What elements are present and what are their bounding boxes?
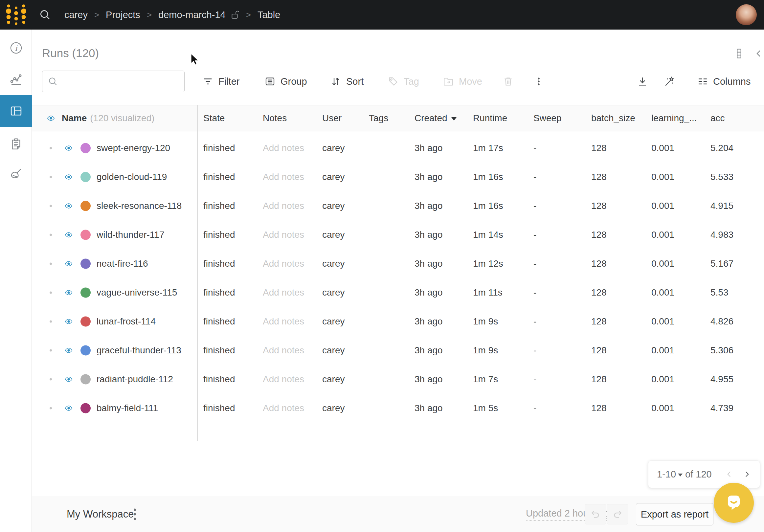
redo-button[interactable] (607, 504, 628, 524)
group-button[interactable]: Group (265, 76, 307, 87)
row-drag-handle[interactable] (50, 147, 52, 149)
run-color-dot[interactable] (81, 172, 91, 182)
run-color-dot[interactable] (81, 288, 91, 298)
chat-support-button[interactable] (714, 483, 754, 523)
delete-button[interactable] (502, 76, 514, 87)
run-notes-placeholder[interactable]: Add notes (263, 345, 304, 356)
breadcrumb-page[interactable]: Table (258, 10, 280, 20)
run-name-link[interactable]: swept-energy-120 (96, 143, 170, 153)
run-notes-placeholder[interactable]: Add notes (263, 374, 304, 385)
run-name-link[interactable]: lunar-frost-114 (96, 316, 156, 327)
run-color-dot[interactable] (81, 259, 91, 269)
run-color-dot[interactable] (81, 201, 91, 211)
run-name-link[interactable]: sleek-resonance-118 (96, 201, 182, 211)
row-visibility-eye-icon[interactable] (63, 404, 74, 413)
runs-search-input[interactable] (62, 71, 182, 91)
row-visibility-eye-icon[interactable] (63, 317, 74, 326)
row-drag-handle[interactable] (50, 320, 52, 323)
row-drag-handle[interactable] (50, 378, 52, 381)
row-drag-handle[interactable] (50, 263, 52, 265)
row-visibility-eye-icon[interactable] (63, 173, 74, 181)
run-notes-placeholder[interactable]: Add notes (263, 172, 304, 182)
move-button[interactable]: Move (443, 76, 482, 87)
run-name-link[interactable]: vague-universe-115 (96, 287, 177, 298)
column-header-batch-size[interactable]: batch_size (591, 113, 635, 123)
column-header-state[interactable]: State (203, 113, 225, 123)
run-runtime: 1m 9s (473, 316, 498, 327)
run-notes-placeholder[interactable]: Add notes (263, 230, 304, 240)
previous-page-icon[interactable] (725, 470, 733, 478)
global-search-icon[interactable] (39, 9, 51, 21)
run-color-dot[interactable] (81, 374, 91, 385)
column-header-created[interactable]: Created (415, 113, 457, 123)
download-button[interactable] (637, 76, 648, 87)
filter-button[interactable]: Filter (202, 76, 240, 87)
sidebar-item-overview[interactable]: i (0, 32, 32, 64)
column-header-sweep[interactable]: Sweep (533, 113, 562, 123)
row-drag-handle[interactable] (50, 407, 52, 410)
visibility-all-eye-icon[interactable] (45, 114, 57, 122)
run-name-link[interactable]: balmy-field-111 (96, 403, 158, 414)
column-header-tags[interactable]: Tags (369, 113, 388, 123)
run-color-dot[interactable] (81, 230, 91, 240)
page-range-selector[interactable]: 1-10 (657, 469, 676, 480)
magic-wand-button[interactable] (664, 76, 675, 87)
run-name-link[interactable]: graceful-thunder-113 (96, 345, 181, 356)
breadcrumb-projects[interactable]: Projects (106, 10, 140, 20)
columns-button[interactable]: Columns (697, 76, 751, 87)
wandb-logo-icon[interactable] (5, 3, 27, 27)
row-visibility-eye-icon[interactable] (63, 202, 74, 210)
column-header-notes[interactable]: Notes (263, 113, 287, 123)
row-visibility-eye-icon[interactable] (63, 375, 74, 384)
breadcrumb-entity[interactable]: carey (64, 10, 88, 20)
row-drag-handle[interactable] (50, 205, 52, 207)
row-drag-handle[interactable] (50, 234, 52, 236)
run-notes-placeholder[interactable]: Add notes (263, 287, 304, 298)
sidebar-item-reports[interactable] (0, 128, 32, 160)
row-visibility-eye-icon[interactable] (63, 231, 74, 239)
row-drag-handle[interactable] (50, 349, 52, 352)
run-name-link[interactable]: wild-thunder-117 (96, 230, 165, 240)
sidebar-item-sweeps[interactable] (0, 158, 32, 190)
column-header-runtime[interactable]: Runtime (473, 113, 507, 123)
run-batch-size: 128 (591, 259, 607, 269)
run-name-link[interactable]: golden-cloud-119 (96, 172, 167, 182)
run-notes-placeholder[interactable]: Add notes (263, 403, 304, 414)
workspace-name[interactable]: My Workspace (67, 508, 134, 520)
row-drag-handle[interactable] (50, 176, 52, 178)
run-name-link[interactable]: radiant-puddle-112 (96, 374, 173, 385)
name-column-divider[interactable] (197, 105, 198, 441)
sort-button[interactable]: Sort (330, 76, 364, 87)
sidebar-item-workspace[interactable] (0, 64, 32, 95)
export-as-report-button[interactable]: Export as report (636, 503, 713, 525)
next-page-icon[interactable] (743, 470, 751, 478)
run-color-dot[interactable] (81, 345, 91, 356)
more-actions-button[interactable] (534, 76, 544, 87)
run-color-dot[interactable] (81, 317, 91, 327)
workspace-menu-icon[interactable] (134, 508, 136, 520)
run-notes-placeholder[interactable]: Add notes (263, 201, 304, 211)
row-visibility-eye-icon[interactable] (63, 260, 74, 268)
run-notes-placeholder[interactable]: Add notes (263, 143, 304, 153)
run-color-dot[interactable] (81, 403, 91, 414)
row-visibility-eye-icon[interactable] (63, 288, 74, 297)
row-visibility-eye-icon[interactable] (63, 144, 74, 152)
run-notes-placeholder[interactable]: Add notes (263, 316, 304, 327)
run-color-dot[interactable] (81, 143, 91, 153)
row-visibility-eye-icon[interactable] (63, 346, 74, 355)
undo-button[interactable] (585, 504, 606, 524)
tag-button[interactable]: Tag (388, 76, 419, 87)
panel-layout-icon[interactable] (733, 48, 745, 59)
run-notes-placeholder[interactable]: Add notes (263, 259, 304, 269)
column-header-learning-rate[interactable]: learning_... (651, 113, 697, 123)
run-name-link[interactable]: neat-fire-116 (96, 259, 148, 269)
row-drag-handle[interactable] (50, 291, 52, 294)
user-avatar[interactable] (736, 4, 757, 25)
collapse-panel-icon[interactable] (753, 48, 764, 59)
sidebar-item-runs-table[interactable] (0, 95, 32, 127)
column-header-name[interactable]: Name(120 visualized) (62, 113, 154, 123)
run-created: 3h ago (415, 201, 443, 211)
breadcrumb-project-name[interactable]: demo-march-14 (158, 10, 226, 20)
column-header-acc[interactable]: acc (710, 113, 725, 123)
column-header-user[interactable]: User (322, 113, 342, 123)
